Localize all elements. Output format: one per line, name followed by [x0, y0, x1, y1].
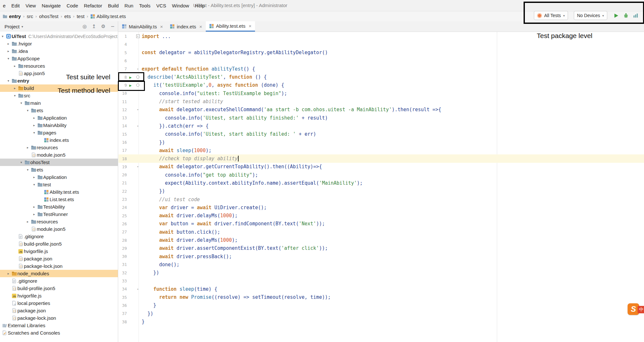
tree-item-package-json[interactable]: {}package.json	[0, 307, 118, 314]
run-button[interactable]	[612, 12, 620, 19]
tree-item-idea[interactable]: ▸.idea	[0, 47, 118, 55]
fold-collapse-icon[interactable]: ▾	[134, 165, 142, 168]
breadcrumb-item-test[interactable]: test	[77, 14, 84, 19]
chevron-expanded-icon[interactable]: ▾	[19, 101, 24, 105]
tree-item-hvigor[interactable]: ▸.hvigor	[0, 40, 118, 47]
fold-marker-icon[interactable]	[136, 83, 139, 87]
hide-panel-icon[interactable]: −	[110, 24, 115, 29]
collapse-all-icon[interactable]: ↥	[92, 24, 96, 29]
tree-item-package-lock-json[interactable]: {}package-lock.json	[0, 314, 118, 322]
fold-collapse-icon[interactable]: ▾	[134, 124, 142, 128]
tree-item-ability-test-ets[interactable]: Ability.test.ets	[0, 188, 118, 196]
tree-item-testability[interactable]: ▸TestAbility	[0, 203, 118, 210]
menu-item-vcs[interactable]: VCS	[153, 3, 169, 8]
tree-item-package-json[interactable]: {}package.json	[0, 255, 118, 262]
tree-item-module-json5[interactable]: {}module.json5	[0, 151, 118, 159]
chevron-collapsed-icon[interactable]: ▸	[32, 175, 37, 179]
tree-item-ets[interactable]: ▾ets	[0, 166, 118, 173]
menu-item-e[interactable]: e	[0, 3, 8, 8]
chevron-expanded-icon[interactable]: ▾	[6, 57, 11, 60]
profiler-button[interactable]	[632, 12, 639, 19]
tree-item-ohostest[interactable]: ▾ohosTest	[0, 159, 118, 166]
breadcrumb-item-ohostest[interactable]: ohosTest	[39, 14, 58, 19]
tree-item-appscope[interactable]: ▾AppScope	[0, 55, 118, 62]
tree-item-external-libraries[interactable]: External Libraries	[0, 322, 118, 329]
chevron-collapsed-icon[interactable]: ▸	[6, 42, 11, 45]
tree-item-resources[interactable]: ▸resources	[0, 144, 118, 151]
chevron-expanded-icon[interactable]: ▾	[0, 34, 5, 38]
tree-item-build-profile-json5[interactable]: {}build-profile.json5	[0, 285, 118, 292]
breadcrumb-item-ets[interactable]: ets	[64, 14, 71, 19]
chevron-collapsed-icon[interactable]: ▸	[25, 146, 30, 149]
tree-item-local-properties[interactable]: local.properties	[0, 299, 118, 307]
tree-item-mainability[interactable]: ▸MainAbility	[0, 122, 118, 129]
tab-index-ets[interactable]: index.ets×	[166, 21, 206, 32]
chevron-expanded-icon[interactable]: ▾	[25, 168, 30, 171]
input-method-indicator[interactable]: S 中	[628, 303, 644, 317]
fold-marker-icon[interactable]	[136, 75, 139, 79]
tab-ability-test-ets[interactable]: Ability.test.ets×	[206, 21, 255, 32]
close-icon[interactable]: ×	[249, 23, 251, 29]
menu-item-edit[interactable]: Edit	[8, 3, 23, 8]
locate-icon[interactable]: ◎	[82, 24, 87, 29]
tree-item-test[interactable]: ▾test	[0, 181, 118, 188]
tree-item-scratches-and-consoles[interactable]: Scratches and Consoles	[0, 329, 118, 337]
chevron-expanded-icon[interactable]: ▾	[19, 161, 24, 164]
chevron-collapsed-icon[interactable]: ▸	[6, 272, 11, 275]
chevron-collapsed-icon[interactable]: ▸	[32, 123, 37, 127]
debug-button[interactable]	[622, 12, 630, 19]
run-config-selector[interactable]: All Tests ▾	[534, 11, 568, 20]
close-icon[interactable]: ×	[199, 24, 202, 29]
tree-item-application[interactable]: ▸Application	[0, 114, 118, 122]
breadcrumb-item-entry[interactable]: entry	[3, 14, 21, 19]
tree-item-node-modules[interactable]: ▸node_modules	[0, 270, 118, 277]
fold-collapse-icon[interactable]: ▾	[134, 67, 142, 71]
fold-expand-icon[interactable]: +	[136, 34, 140, 38]
close-icon[interactable]: ×	[160, 24, 163, 29]
chevron-collapsed-icon[interactable]: ▸	[32, 205, 37, 209]
menu-item-refactor[interactable]: Refactor	[81, 3, 105, 8]
chevron-collapsed-icon[interactable]: ▸	[12, 86, 17, 90]
tree-item-module-json5[interactable]: {}module.json5	[0, 225, 118, 233]
menu-item-code[interactable]: Code	[64, 3, 81, 8]
chevron-collapsed-icon[interactable]: ▸	[6, 49, 11, 53]
tree-item-hvigorfile-js[interactable]: JShvigorfile.js	[0, 292, 118, 299]
breadcrumb-item-ability-test-ets[interactable]: Ability.test.ets	[90, 14, 126, 19]
settings-gear-icon[interactable]: ⚙	[101, 24, 105, 29]
chevron-expanded-icon[interactable]: ▾	[32, 131, 37, 134]
tree-item-application[interactable]: ▸Application	[0, 173, 118, 181]
chevron-collapsed-icon[interactable]: ▸	[25, 220, 30, 223]
chevron-collapsed-icon[interactable]: ▸	[12, 64, 17, 68]
tree-item-gitignore[interactable]: .gitignore	[0, 233, 118, 240]
tree-item-gitignore[interactable]: .gitignore	[0, 277, 118, 285]
tree-item-package-lock-json[interactable]: {}package-lock.json	[0, 262, 118, 270]
breadcrumb-item-src[interactable]: src	[27, 14, 33, 19]
fold-collapse-icon[interactable]: ▾	[134, 108, 142, 111]
editor[interactable]: 1+import ...45const delegator = abilityD…	[118, 32, 644, 342]
device-selector[interactable]: No Devices ▾	[574, 11, 607, 20]
run-test-gutter-icon[interactable]: ▶	[129, 83, 131, 88]
menu-item-build[interactable]: Build	[105, 3, 121, 8]
run-test-gutter-icon[interactable]: ▶	[129, 75, 131, 80]
chevron-down-icon[interactable]: ▾	[22, 25, 23, 28]
tree-item-testrunner[interactable]: ▸TestRunner	[0, 210, 118, 218]
chevron-expanded-icon[interactable]: ▾	[6, 79, 11, 83]
tree-item-ets[interactable]: ▾ets	[0, 107, 118, 114]
tree-item-pages[interactable]: ▾pages	[0, 129, 118, 136]
tree-item-index-ets[interactable]: index.ets	[0, 136, 118, 144]
chevron-expanded-icon[interactable]: ▾	[12, 94, 17, 97]
tree-item-uitest[interactable]: ▾UiTestC:\Users\Administrator\DevEcoStud…	[0, 33, 118, 40]
menu-item-window[interactable]: Window	[169, 3, 192, 8]
tree-item-build-profile-json5[interactable]: {}build-profile.json5	[0, 240, 118, 248]
tree-item-list-test-ets[interactable]: List.test.ets	[0, 196, 118, 203]
tab-mainability-ts[interactable]: MainAbility.ts×	[118, 21, 166, 32]
tree-item-resources[interactable]: ▸resources	[0, 218, 118, 225]
menu-item-run[interactable]: Run	[122, 3, 137, 8]
tree-item-hvigorfile-js[interactable]: JShvigorfile.js	[0, 248, 118, 255]
chevron-expanded-icon[interactable]: ▾	[25, 109, 30, 112]
menu-item-view[interactable]: View	[23, 3, 39, 8]
chevron-expanded-icon[interactable]: ▾	[32, 183, 37, 186]
tree-item-main[interactable]: ▾main	[0, 99, 118, 107]
menu-item-tools[interactable]: Tools	[136, 3, 153, 8]
fold-collapse-icon[interactable]: ▾	[134, 288, 142, 291]
